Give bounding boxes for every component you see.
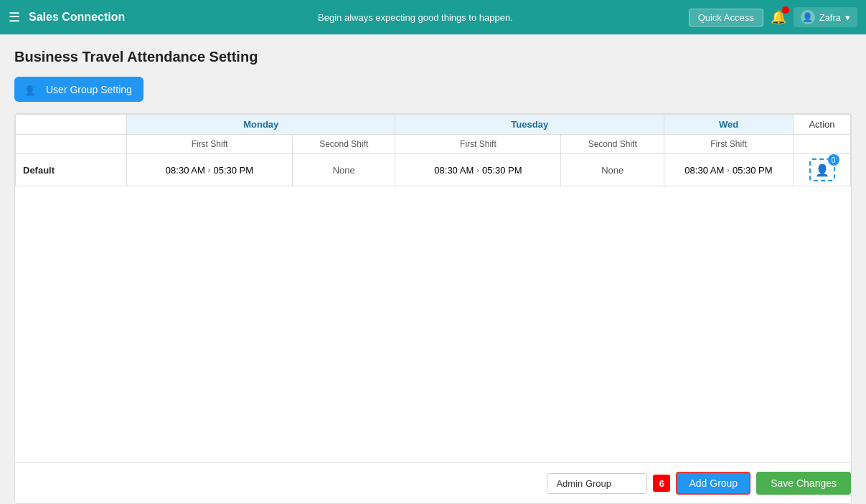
main-content: Business Travel Attendance Setting 👥 Use… (0, 34, 866, 504)
monday-header: Monday (127, 115, 395, 135)
top-navigation: ☰ Sales Connection Begin always expectin… (0, 0, 866, 34)
tuesday-first-end: 05:30 PM (482, 165, 522, 176)
monday-second-shift: Second Shift (292, 135, 395, 154)
monday-first-start: 08:30 AM (166, 165, 205, 176)
user-group-icon: 👥 (26, 82, 40, 96)
user-count-badge: 0 (828, 154, 839, 166)
schedule-table: Monday Tuesday Wed Action First Shift Se… (15, 114, 851, 186)
tuesday-second-time: None (561, 154, 664, 186)
notification-button[interactable]: 🔔 (771, 9, 786, 25)
tuesday-first-shift: First Shift (395, 135, 561, 154)
wed-header: Wed (664, 115, 794, 135)
arrow-icon-2: › (476, 166, 479, 174)
number-badge: 6 (653, 475, 670, 492)
tuesday-first-time: 08:30 AM › 05:30 PM (395, 154, 561, 186)
monday-first-time-range: 08:30 AM › 05:30 PM (134, 165, 285, 176)
row-label-default: Default (16, 154, 127, 186)
user-group-button-label: User Group Setting (46, 84, 132, 95)
menu-icon[interactable]: ☰ (9, 9, 20, 25)
notification-badge (782, 6, 789, 14)
add-group-button[interactable]: Add Group (676, 472, 750, 495)
monday-second-time: None (292, 154, 395, 186)
tuesday-first-start: 08:30 AM (434, 165, 474, 176)
empty-header (16, 115, 127, 135)
admin-group-input[interactable] (547, 473, 647, 494)
tuesday-second-shift: Second Shift (561, 135, 664, 154)
arrow-icon: › (208, 166, 211, 174)
monday-first-shift: First Shift (127, 135, 293, 154)
save-changes-button[interactable]: Save Changes (756, 472, 851, 495)
page-title: Business Travel Attendance Setting (14, 49, 852, 65)
monday-first-time: 08:30 AM › 05:30 PM (127, 154, 293, 186)
monday-first-end: 05:30 PM (213, 165, 253, 176)
wed-first-time-range: 08:30 AM › 05:30 PM (672, 165, 786, 176)
wed-first-shift: First Shift (664, 135, 794, 154)
nav-right: Quick Access 🔔 👤 Zafra ▾ (689, 7, 857, 27)
table-row: Default 08:30 AM › 05:30 PM None (16, 154, 851, 186)
user-menu-button[interactable]: 👤 Zafra ▾ (794, 7, 857, 27)
chevron-down-icon: ▾ (845, 12, 850, 23)
user-assign-button[interactable]: 👤 0 (809, 158, 835, 181)
user-group-setting-button[interactable]: 👥 User Group Setting (14, 77, 143, 102)
action-shift-empty (794, 135, 851, 154)
arrow-icon-3: › (727, 166, 730, 174)
table-scroll-area: Monday Tuesday Wed Action First Shift Se… (15, 114, 851, 462)
tuesday-header: Tuesday (395, 115, 664, 135)
quick-access-button[interactable]: Quick Access (689, 9, 763, 27)
user-assign-icon: 👤 (815, 163, 829, 177)
action-cell: 👤 0 (794, 154, 851, 186)
footer: 6 Add Group Save Changes (14, 462, 852, 503)
wed-first-time: 08:30 AM › 05:30 PM (664, 154, 794, 186)
shift-header-row: First Shift Second Shift First Shift Sec… (16, 135, 851, 154)
schedule-table-container: Monday Tuesday Wed Action First Shift Se… (14, 113, 852, 504)
shift-empty (16, 135, 127, 154)
wed-first-end: 05:30 PM (733, 165, 773, 176)
tuesday-second-none: None (601, 165, 623, 176)
user-name: Zafra (819, 12, 841, 23)
action-header: Action (794, 115, 851, 135)
avatar: 👤 (801, 10, 815, 24)
tuesday-first-time-range: 08:30 AM › 05:30 PM (403, 165, 553, 176)
day-header-row: Monday Tuesday Wed Action (16, 115, 851, 135)
monday-second-none: None (333, 165, 355, 176)
tagline: Begin always expecting good things to ha… (142, 12, 688, 23)
wed-first-start: 08:30 AM (684, 165, 724, 176)
brand-name: Sales Connection (29, 11, 125, 24)
